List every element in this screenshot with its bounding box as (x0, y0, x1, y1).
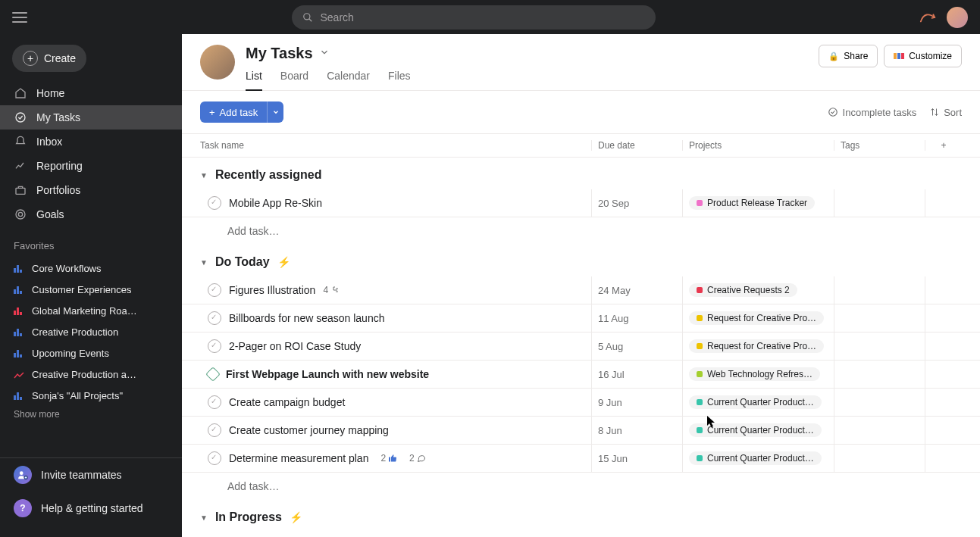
project-chip[interactable]: Request for Creative Pro… (689, 311, 824, 325)
complete-checkbox[interactable] (208, 196, 221, 210)
task-row[interactable]: Create campaign budget 9 Jun Current Qua… (182, 389, 980, 417)
task-name[interactable]: Billboards for new season launch (229, 312, 384, 324)
task-row[interactable]: Create customer journey mapping 8 Jun Cu… (182, 417, 980, 445)
tags-cell[interactable] (834, 417, 925, 444)
section-header[interactable]: ▼In Progress⚡ (182, 500, 980, 532)
invite-teammates[interactable]: Invite teammates (0, 458, 182, 492)
show-more-button[interactable]: Show more (0, 406, 182, 430)
project-chip[interactable]: Request for Creative Pro… (689, 339, 824, 353)
due-date[interactable]: 24 May (592, 276, 683, 304)
col-task-name[interactable]: Task name (188, 140, 592, 151)
task-row[interactable]: Determine measurement plan 2 2 15 Jun Cu… (182, 445, 980, 473)
tab-board[interactable]: Board (280, 65, 308, 91)
due-date[interactable]: 20 Sep (592, 189, 683, 217)
favorite-item[interactable]: Global Marketing Roa… (0, 300, 182, 321)
project-chip[interactable]: Web Technology Refres… (689, 367, 820, 381)
tab-files[interactable]: Files (388, 65, 411, 91)
project-chip[interactable]: Current Quarter Product… (689, 451, 822, 465)
search-bar[interactable] (292, 5, 656, 30)
add-task-dropdown[interactable] (267, 101, 283, 123)
complete-checkbox[interactable] (208, 423, 221, 437)
due-date[interactable]: 11 Aug (592, 304, 683, 332)
task-name[interactable]: Mobile App Re-Skin (229, 197, 322, 209)
favorite-item[interactable]: Customer Experiences (0, 279, 182, 300)
favorite-item[interactable]: Core Workflows (0, 258, 182, 279)
tags-cell[interactable] (834, 445, 925, 472)
complete-checkbox[interactable] (208, 311, 221, 325)
favorite-item[interactable]: Creative Production a… (0, 364, 182, 385)
complete-checkbox[interactable] (208, 395, 221, 409)
help-button[interactable]: ? Help & getting started (0, 492, 182, 525)
add-task-button[interactable]: + Add task (200, 101, 267, 123)
add-task-inline[interactable]: Add task… (182, 473, 980, 500)
sort-button[interactable]: Sort (930, 107, 962, 118)
add-column-button[interactable]: + (925, 140, 962, 151)
project-chip[interactable]: Product Release Tracker (689, 196, 815, 210)
filter-incomplete[interactable]: Incomplete tasks (828, 107, 917, 118)
due-date[interactable]: 15 Jun (592, 445, 683, 472)
complete-checkbox[interactable] (208, 451, 221, 465)
project-cell[interactable]: Web Technology Refres… (683, 361, 834, 388)
nav-my-tasks[interactable]: My Tasks (0, 105, 182, 130)
project-cell[interactable]: Creative Requests 2 (683, 276, 834, 304)
tags-cell[interactable] (834, 389, 925, 416)
complete-checkbox[interactable] (208, 339, 221, 353)
task-name[interactable]: Create customer journey mapping (229, 424, 389, 436)
search-input[interactable] (321, 11, 645, 23)
col-tags[interactable]: Tags (834, 140, 925, 151)
task-row[interactable]: Figures Illustration 4 24 May Creative R… (182, 276, 980, 304)
nav-portfolios[interactable]: Portfolios (0, 178, 182, 202)
project-chip[interactable]: Current Quarter Product… (689, 423, 822, 437)
tags-cell[interactable] (834, 304, 925, 332)
due-date[interactable]: 9 Jun (592, 389, 683, 416)
complete-checkbox[interactable] (205, 367, 221, 382)
user-avatar[interactable] (947, 7, 968, 28)
profile-avatar[interactable] (200, 45, 235, 80)
task-name[interactable]: Figures Illustration (229, 284, 315, 296)
favorite-item[interactable]: Creative Production (0, 321, 182, 342)
task-row[interactable]: First Webpage Launch with new website 16… (182, 361, 980, 389)
project-cell[interactable]: Request for Creative Pro… (683, 304, 834, 332)
nav-home[interactable]: Home (0, 81, 182, 105)
section-header[interactable]: ▼Recently assigned (182, 158, 980, 189)
project-chip[interactable]: Current Quarter Product… (689, 395, 822, 409)
col-due-date[interactable]: Due date (592, 140, 683, 151)
project-cell[interactable]: Current Quarter Product… (683, 417, 834, 444)
project-cell[interactable]: Product Release Tracker (683, 189, 834, 217)
task-name[interactable]: First Webpage Launch with new website (226, 368, 429, 380)
nav-goals[interactable]: Goals (0, 202, 182, 226)
due-date[interactable]: 16 Jul (592, 361, 683, 388)
customize-button[interactable]: Customize (884, 45, 962, 67)
due-date[interactable]: 5 Aug (592, 333, 683, 360)
task-name[interactable]: Determine measurement plan (229, 452, 368, 464)
col-projects[interactable]: Projects (683, 140, 834, 151)
task-name[interactable]: Create campaign budget (229, 396, 345, 408)
project-cell[interactable]: Request for Creative Pro… (683, 333, 834, 360)
tags-cell[interactable] (834, 361, 925, 388)
favorite-item[interactable]: Upcoming Events (0, 342, 182, 364)
task-name[interactable]: 2-Pager on ROI Case Study (229, 340, 361, 352)
share-button[interactable]: 🔒 Share (819, 45, 878, 67)
task-row[interactable]: Mobile App Re-Skin 20 Sep Product Releas… (182, 189, 980, 217)
add-task-inline[interactable]: Add task… (182, 217, 980, 245)
project-cell[interactable]: Current Quarter Product… (683, 389, 834, 416)
favorite-item[interactable]: Sonja's "All Projects" (0, 385, 182, 406)
due-date[interactable]: 8 Jun (592, 417, 683, 444)
chevron-down-icon[interactable] (319, 47, 330, 60)
project-chip[interactable]: Creative Requests 2 (689, 283, 797, 297)
tags-cell[interactable] (834, 189, 925, 217)
project-cell[interactable]: Current Quarter Product… (683, 445, 834, 472)
nav-inbox[interactable]: Inbox (0, 130, 182, 154)
tags-cell[interactable] (834, 333, 925, 360)
tab-calendar[interactable]: Calendar (327, 65, 370, 91)
upgrade-icon[interactable] (919, 10, 938, 25)
tab-list[interactable]: List (246, 65, 262, 91)
nav-reporting[interactable]: Reporting (0, 154, 182, 178)
task-row[interactable]: 2-Pager on ROI Case Study 5 Aug Request … (182, 333, 980, 361)
menu-icon[interactable] (12, 12, 27, 23)
task-row[interactable]: Billboards for new season launch 11 Aug … (182, 304, 980, 333)
create-button[interactable]: + Create (12, 45, 86, 72)
complete-checkbox[interactable] (208, 283, 221, 297)
section-header[interactable]: ▼Do Today⚡ (182, 245, 980, 276)
tags-cell[interactable] (834, 276, 925, 304)
